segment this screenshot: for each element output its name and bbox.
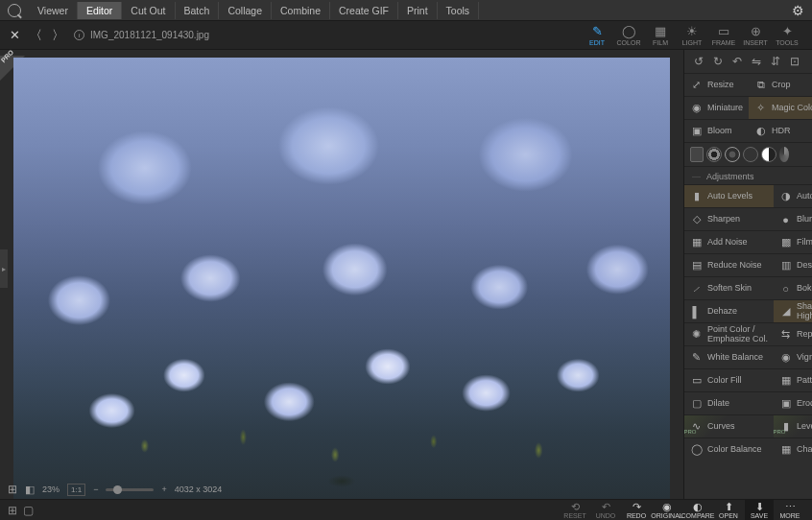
menu-viewer[interactable]: Viewer <box>29 2 78 19</box>
grid-snap-icon[interactable]: ⊞ <box>8 504 17 517</box>
point-color-emphasize-col--icon: ✺ <box>690 328 703 341</box>
tools-icon: ✦ <box>779 25 795 38</box>
mode-tab-light[interactable]: ☀LIGHT <box>677 21 707 50</box>
erode-icon: ▣ <box>779 397 792 410</box>
adjust-sharpen[interactable]: ◇Sharpen <box>684 207 774 230</box>
adjust-bokeh-blur[interactable]: ○Bokeh Blur <box>774 276 812 299</box>
tool-bloom[interactable]: ▣Bloom <box>684 119 749 142</box>
tool-miniature[interactable]: ◉Miniature <box>684 96 749 119</box>
next-icon[interactable]: 〉 <box>52 27 64 44</box>
menu-tools[interactable]: Tools <box>438 2 480 19</box>
mode-tab-film[interactable]: ▦FILM <box>645 21 676 50</box>
adjust-reduce-noise[interactable]: ▤Reduce Noise <box>684 253 774 276</box>
flip-h-icon[interactable]: ⇋ <box>750 55 763 68</box>
grid-icon[interactable]: ⊞ <box>8 483 17 496</box>
adjust-vignette[interactable]: ◉Vignette <box>774 345 812 368</box>
left-panel-expand[interactable]: ▸ <box>0 249 8 288</box>
rotate-ccw-icon[interactable]: ↺ <box>692 55 705 68</box>
action-redo[interactable]: ↷REDO <box>622 500 651 521</box>
zoom-in-icon[interactable]: + <box>161 485 166 494</box>
bottom-actions: ⟲RESET↶UNDO↷REDO◉ORIGINAL◐COMPARE⬆OPEN⬇S… <box>561 500 804 521</box>
action-original[interactable]: ◉ORIGINAL <box>653 500 681 521</box>
file-name: IMG_20181121_091430.jpg <box>90 30 209 40</box>
tool-hdr[interactable]: ◐HDR <box>749 119 812 142</box>
fit-button[interactable]: 1:1 <box>67 484 85 496</box>
menu-print[interactable]: Print <box>398 2 438 19</box>
adjust-channel-mixer[interactable]: ▦Channel Mixer <box>774 437 812 461</box>
filter-split-icon[interactable] <box>761 147 776 162</box>
edit-icon: ✎ <box>589 25 605 38</box>
adjust-auto-contrast[interactable]: ◑Auto Contrast <box>774 184 812 207</box>
image-content <box>13 58 670 499</box>
adjust-despeckle[interactable]: ▥Despeckle <box>774 253 812 276</box>
rotate-cw-icon[interactable]: ↻ <box>711 55 725 68</box>
image-canvas[interactable] <box>13 58 670 499</box>
adjust-curves[interactable]: ∿PROCurves <box>684 414 774 437</box>
adjust-soften-skin[interactable]: ⟋Soften Skin <box>684 276 774 299</box>
app-logo-icon <box>8 4 21 17</box>
menu-cutout[interactable]: Cut Out <box>122 2 175 19</box>
compare-toggle-icon[interactable]: ◧ <box>25 484 35 496</box>
tool-magic-color[interactable]: ✧Magic Color <box>749 96 812 119</box>
mode-tab-tools[interactable]: ✦TOOLS <box>772 21 802 50</box>
straighten-icon[interactable]: ↶ <box>730 55 744 68</box>
magic-color-icon: ✧ <box>754 102 767 114</box>
main-area: PRO ⊞ ◧ 23% 1:1 − + 4032 x 3024 ↺↻↶⇋⇵⊡ ⤢… <box>0 50 812 499</box>
adjust-auto-levels[interactable]: ▮Auto Levels <box>684 184 774 207</box>
adjust-dilate[interactable]: ▢Dilate <box>684 391 774 414</box>
canvas-area: PRO ⊞ ◧ 23% 1:1 − + 4032 x 3024 <box>0 50 683 499</box>
info-icon[interactable]: i <box>74 30 84 40</box>
adjust-replace-color[interactable]: ⇆Replace Color <box>774 322 812 345</box>
filter-ring-icon[interactable] <box>706 147 722 162</box>
action-compare[interactable]: ◐COMPARE <box>683 500 712 521</box>
action-undo[interactable]: ↶UNDO <box>591 500 620 521</box>
adjust-point-color-emphasize-col-[interactable]: ✺Point Color /Emphasize Col. <box>684 322 774 345</box>
adjustments-grid: ▮Auto Levels◑Auto Contrast◇Sharpen●Blur▦… <box>684 184 812 461</box>
insert-icon: ⊕ <box>748 25 763 38</box>
close-icon[interactable]: ✕ <box>10 28 20 42</box>
tool-resize[interactable]: ⤢Resize <box>684 73 749 96</box>
settings-gear-icon[interactable]: ⚙ <box>792 3 804 18</box>
adjust-shadows-highlights[interactable]: ◢Shadows/Highlights <box>774 299 812 322</box>
redo-icon: ↷ <box>633 502 641 512</box>
view-mode-icon[interactable]: ▢ <box>23 504 34 517</box>
adjust-pattern-fill[interactable]: ▦Pattern Fill <box>774 368 812 391</box>
mode-tab-color[interactable]: ◯COLOR <box>613 21 644 50</box>
image-dimensions: 4032 x 3024 <box>175 485 223 494</box>
action-save[interactable]: ⬇SAVE <box>745 500 774 521</box>
zoom-slider[interactable] <box>106 488 154 491</box>
prev-icon[interactable]: 〈 <box>30 27 42 44</box>
filter-drop-icon[interactable] <box>779 147 789 162</box>
action-reset[interactable]: ⟲RESET <box>561 500 589 521</box>
tool-crop[interactable]: ⧉Crop <box>749 73 812 96</box>
bottombar: ⊞ ▢ ⟲RESET↶UNDO↷REDO◉ORIGINAL◐COMPARE⬆OP… <box>0 499 812 520</box>
crop-preset-icon[interactable]: ⊡ <box>788 55 801 68</box>
adjust-erode[interactable]: ▣Erode <box>774 391 812 414</box>
menu-batch[interactable]: Batch <box>176 2 220 19</box>
filter-dot-icon[interactable] <box>725 147 740 162</box>
file-info: i IMG_20181121_091430.jpg <box>74 30 209 40</box>
adjust-color-balance[interactable]: ◯Color Balance <box>684 437 774 461</box>
adjust-levels[interactable]: ▮PROLevels <box>774 414 812 437</box>
menu-combine[interactable]: Combine <box>272 2 330 19</box>
menu-creategif[interactable]: Create GIF <box>330 2 398 19</box>
menu-editor[interactable]: Editor <box>78 2 122 19</box>
adjust-blur[interactable]: ●Blur <box>774 207 812 230</box>
adjust-color-fill[interactable]: ▭Color Fill <box>684 368 774 391</box>
compare-icon: ◐ <box>693 502 703 512</box>
filter-solid-icon[interactable] <box>743 147 758 162</box>
filter-original-icon[interactable] <box>690 147 704 162</box>
despeckle-icon: ▥ <box>779 259 792 272</box>
mode-tab-frame[interactable]: ▭FRAME <box>708 21 739 50</box>
action-more[interactable]: ⋯MORE <box>776 500 804 521</box>
menu-collage[interactable]: Collage <box>219 2 272 19</box>
action-open[interactable]: ⬆OPEN <box>714 500 743 521</box>
mode-tab-insert[interactable]: ⊕INSERT <box>740 21 771 50</box>
mode-tab-edit[interactable]: ✎EDIT <box>582 21 612 50</box>
zoom-out-icon[interactable]: − <box>93 485 98 494</box>
adjust-dehaze[interactable]: ▌Dehaze <box>684 299 774 322</box>
adjust-film-grain[interactable]: ▩Film Grain <box>774 230 812 253</box>
flip-v-icon[interactable]: ⇵ <box>769 55 782 68</box>
adjust-add-noise[interactable]: ▦Add Noise <box>684 230 774 253</box>
adjust-white-balance[interactable]: ✎White Balance <box>684 345 774 368</box>
